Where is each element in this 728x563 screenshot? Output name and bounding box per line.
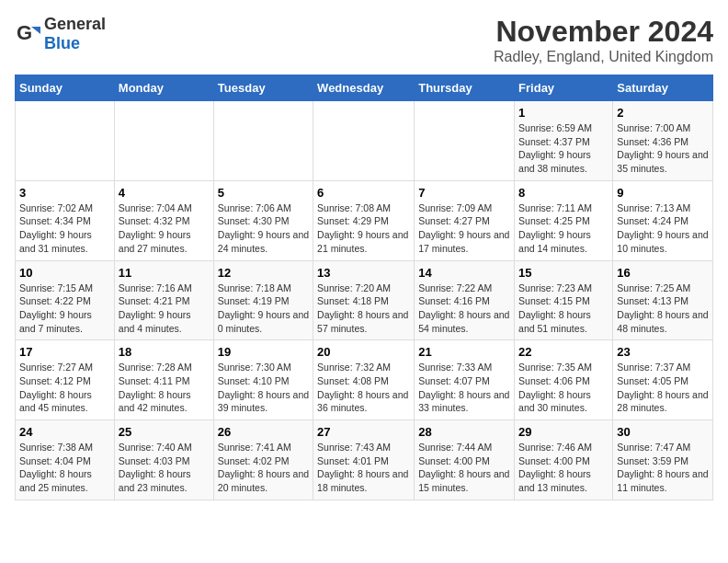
calendar-cell: 17Sunrise: 7:27 AM Sunset: 4:12 PM Dayli… [16,340,115,420]
day-info: Sunrise: 7:35 AM Sunset: 4:06 PM Dayligh… [518,361,609,415]
calendar-cell: 7Sunrise: 7:09 AM Sunset: 4:27 PM Daylig… [415,180,515,260]
day-info: Sunrise: 7:27 AM Sunset: 4:12 PM Dayligh… [19,361,110,415]
month-title: November 2024 [494,15,713,49]
day-number: 28 [418,425,510,439]
calendar-cell: 29Sunrise: 7:46 AM Sunset: 4:00 PM Dayli… [515,420,613,500]
header: G General Blue November 2024 Radley, Eng… [15,15,713,65]
day-number: 2 [617,106,709,120]
day-info: Sunrise: 7:38 AM Sunset: 4:04 PM Dayligh… [19,441,110,495]
weekday-header: Sunday [16,75,115,101]
day-number: 22 [518,345,609,359]
day-info: Sunrise: 7:18 AM Sunset: 4:19 PM Dayligh… [218,282,309,336]
calendar-cell: 2Sunrise: 7:00 AM Sunset: 4:36 PM Daylig… [613,101,713,181]
day-number: 14 [418,266,510,280]
day-info: Sunrise: 7:46 AM Sunset: 4:00 PM Dayligh… [518,441,609,495]
day-info: Sunrise: 7:09 AM Sunset: 4:27 PM Dayligh… [418,201,510,256]
logo: G General Blue [15,15,106,53]
day-info: Sunrise: 7:11 AM Sunset: 4:25 PM Dayligh… [518,201,609,256]
day-number: 5 [218,186,309,200]
day-info: Sunrise: 7:47 AM Sunset: 3:59 PM Dayligh… [617,441,709,495]
calendar-cell: 27Sunrise: 7:43 AM Sunset: 4:01 PM Dayli… [313,420,415,500]
day-info: Sunrise: 7:15 AM Sunset: 4:22 PM Dayligh… [19,282,110,336]
day-number: 3 [19,186,110,200]
calendar-cell: 1Sunrise: 6:59 AM Sunset: 4:37 PM Daylig… [515,101,613,181]
day-number: 15 [518,266,609,280]
day-info: Sunrise: 7:37 AM Sunset: 4:05 PM Dayligh… [617,361,709,415]
weekday-header: Wednesday [313,75,415,101]
day-info: Sunrise: 7:02 AM Sunset: 4:34 PM Dayligh… [19,201,110,256]
day-info: Sunrise: 7:16 AM Sunset: 4:21 PM Dayligh… [119,282,210,336]
day-info: Sunrise: 7:23 AM Sunset: 4:15 PM Dayligh… [518,282,609,336]
calendar-cell: 5Sunrise: 7:06 AM Sunset: 4:30 PM Daylig… [213,180,313,260]
calendar-cell [313,101,415,181]
calendar-cell: 9Sunrise: 7:13 AM Sunset: 4:24 PM Daylig… [613,180,713,260]
calendar-cell: 3Sunrise: 7:02 AM Sunset: 4:34 PM Daylig… [16,180,115,260]
day-number: 23 [617,345,709,359]
calendar-cell: 30Sunrise: 7:47 AM Sunset: 3:59 PM Dayli… [613,420,713,500]
calendar-cell: 16Sunrise: 7:25 AM Sunset: 4:13 PM Dayli… [613,260,713,340]
day-info: Sunrise: 7:06 AM Sunset: 4:30 PM Dayligh… [218,201,309,256]
weekday-header: Saturday [613,75,713,101]
day-number: 18 [119,345,210,359]
day-number: 16 [617,266,709,280]
calendar-cell: 23Sunrise: 7:37 AM Sunset: 4:05 PM Dayli… [613,340,713,420]
day-number: 12 [218,266,309,280]
calendar-cell: 22Sunrise: 7:35 AM Sunset: 4:06 PM Dayli… [515,340,613,420]
day-number: 29 [518,425,609,439]
day-number: 21 [418,345,510,359]
day-number: 25 [119,425,210,439]
calendar-cell [114,101,213,181]
day-number: 17 [19,345,110,359]
calendar-cell [16,101,115,181]
day-info: Sunrise: 7:44 AM Sunset: 4:00 PM Dayligh… [418,441,510,495]
calendar-week-row: 24Sunrise: 7:38 AM Sunset: 4:04 PM Dayli… [16,420,713,500]
day-info: Sunrise: 7:40 AM Sunset: 4:03 PM Dayligh… [119,441,210,495]
logo-blue: Blue [44,34,80,52]
day-info: Sunrise: 7:30 AM Sunset: 4:10 PM Dayligh… [218,361,309,415]
day-number: 1 [518,106,609,120]
day-info: Sunrise: 7:32 AM Sunset: 4:08 PM Dayligh… [317,361,410,415]
day-info: Sunrise: 7:28 AM Sunset: 4:11 PM Dayligh… [119,361,210,415]
day-info: Sunrise: 7:25 AM Sunset: 4:13 PM Dayligh… [617,282,709,336]
svg-marker-1 [31,27,40,34]
day-number: 24 [19,425,110,439]
calendar-cell: 24Sunrise: 7:38 AM Sunset: 4:04 PM Dayli… [16,420,115,500]
location-title: Radley, England, United Kingdom [494,49,713,65]
calendar-cell: 14Sunrise: 7:22 AM Sunset: 4:16 PM Dayli… [415,260,515,340]
calendar-cell: 26Sunrise: 7:41 AM Sunset: 4:02 PM Dayli… [213,420,313,500]
day-info: Sunrise: 7:22 AM Sunset: 4:16 PM Dayligh… [418,282,510,336]
day-number: 19 [218,345,309,359]
calendar-table: SundayMondayTuesdayWednesdayThursdayFrid… [15,75,713,500]
day-number: 6 [317,186,410,200]
logo-icon: G [15,21,40,47]
day-info: Sunrise: 7:41 AM Sunset: 4:02 PM Dayligh… [218,441,309,495]
svg-text:G: G [17,21,32,44]
weekday-header: Thursday [415,75,515,101]
day-info: Sunrise: 7:08 AM Sunset: 4:29 PM Dayligh… [317,201,410,256]
day-number: 11 [119,266,210,280]
weekday-header: Monday [114,75,213,101]
calendar-cell: 13Sunrise: 7:20 AM Sunset: 4:18 PM Dayli… [313,260,415,340]
day-number: 10 [19,266,110,280]
calendar-cell: 18Sunrise: 7:28 AM Sunset: 4:11 PM Dayli… [114,340,213,420]
calendar-week-row: 10Sunrise: 7:15 AM Sunset: 4:22 PM Dayli… [16,260,713,340]
calendar-cell: 4Sunrise: 7:04 AM Sunset: 4:32 PM Daylig… [114,180,213,260]
calendar-cell: 6Sunrise: 7:08 AM Sunset: 4:29 PM Daylig… [313,180,415,260]
day-info: Sunrise: 7:04 AM Sunset: 4:32 PM Dayligh… [119,201,210,256]
day-number: 30 [617,425,709,439]
day-info: Sunrise: 6:59 AM Sunset: 4:37 PM Dayligh… [518,121,609,176]
day-number: 4 [119,186,210,200]
day-number: 27 [317,425,410,439]
day-number: 9 [617,186,709,200]
calendar-cell: 10Sunrise: 7:15 AM Sunset: 4:22 PM Dayli… [16,260,115,340]
calendar-cell [213,101,313,181]
calendar-cell: 20Sunrise: 7:32 AM Sunset: 4:08 PM Dayli… [313,340,415,420]
day-info: Sunrise: 7:20 AM Sunset: 4:18 PM Dayligh… [317,282,410,336]
calendar-week-row: 17Sunrise: 7:27 AM Sunset: 4:12 PM Dayli… [16,340,713,420]
calendar-cell: 19Sunrise: 7:30 AM Sunset: 4:10 PM Dayli… [213,340,313,420]
calendar-cell: 8Sunrise: 7:11 AM Sunset: 4:25 PM Daylig… [515,180,613,260]
calendar-week-row: 3Sunrise: 7:02 AM Sunset: 4:34 PM Daylig… [16,180,713,260]
day-info: Sunrise: 7:33 AM Sunset: 4:07 PM Dayligh… [418,361,510,415]
calendar-header-row: SundayMondayTuesdayWednesdayThursdayFrid… [16,75,713,101]
day-info: Sunrise: 7:00 AM Sunset: 4:36 PM Dayligh… [617,121,709,176]
